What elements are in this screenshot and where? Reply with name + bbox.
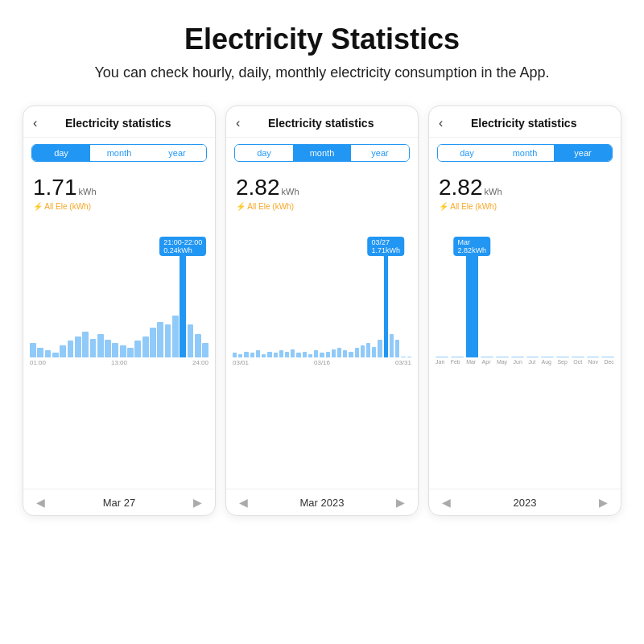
- bar-highlight-day: 21:00-22:000.24kWh: [180, 238, 186, 357]
- bar-wrapper: [349, 238, 353, 357]
- nav-next-year[interactable]: ▶: [599, 496, 608, 509]
- x-label: Jul: [528, 359, 535, 365]
- kwh-number-month: 2.82: [236, 175, 280, 200]
- bar-wrapper: [326, 238, 330, 357]
- chart-area-day: 21:00-22:000.24kWh 01:00 13:00 24:00: [23, 213, 215, 489]
- phone-month: ‹ Electricity statistics day month year …: [225, 105, 419, 516]
- x-label: Sep: [557, 359, 567, 365]
- nav-label-year: 2023: [514, 497, 537, 509]
- nav-prev-day[interactable]: ◀: [36, 496, 45, 509]
- x-label: 01:00: [30, 359, 46, 366]
- bar-highlight-year: Mar2.82kWh: [466, 238, 479, 357]
- bar-wrapper: [157, 238, 163, 357]
- bar-wrapper: [361, 238, 365, 357]
- bar-wrapper: [337, 238, 341, 357]
- bar-wrapper: [274, 238, 278, 357]
- nav-bar-year: ◀ 2023 ▶: [429, 489, 621, 515]
- bar-wrapper: [390, 238, 394, 357]
- bar-wrapper: [267, 238, 271, 357]
- bar-wrapper: [112, 238, 118, 357]
- nav-next-day[interactable]: ▶: [193, 496, 202, 509]
- bar-wrapper: [372, 238, 376, 357]
- nav-prev-month[interactable]: ◀: [239, 496, 248, 509]
- tab-bar-day: day month year: [31, 144, 207, 162]
- tab-month-month[interactable]: month: [293, 145, 351, 161]
- x-label: 03/01: [233, 359, 249, 366]
- kwh-unit-day: kWh: [79, 187, 97, 196]
- bar-wrapper: [296, 238, 300, 357]
- kwh-section-year: 2.82 kWh ⚡ All Ele (kWh): [429, 168, 621, 213]
- bar-highlight-month: 03/271.71kWh: [384, 238, 388, 357]
- phone-day-header: ‹ Electricity statistics: [23, 106, 215, 138]
- bar-wrapper: [52, 238, 59, 357]
- bar-wrapper: [90, 238, 97, 357]
- back-arrow-icon-year[interactable]: ‹: [439, 116, 443, 130]
- tab-year-day[interactable]: day: [438, 145, 496, 161]
- bar-wrapper: [366, 238, 370, 357]
- x-label: Feb: [451, 359, 460, 365]
- bar-wrapper: [308, 238, 312, 357]
- bar-wrapper: [120, 238, 126, 357]
- bar-wrapper: [150, 238, 156, 357]
- bar-wrapper-jun: [511, 238, 524, 357]
- bar-wrapper: [30, 238, 36, 357]
- nav-bar-month: ◀ Mar 2023 ▶: [226, 489, 418, 515]
- bar-wrapper: [75, 238, 81, 357]
- x-label: 03/31: [395, 359, 411, 366]
- tab-month-year[interactable]: year: [351, 145, 409, 161]
- kwh-unit-year: kWh: [485, 187, 502, 196]
- back-arrow-icon[interactable]: ‹: [33, 116, 37, 130]
- tab-year-month[interactable]: month: [496, 145, 554, 161]
- bar-wrapper: [45, 238, 52, 357]
- bar-wrapper: [82, 238, 89, 357]
- phone-year: ‹ Electricity statistics day month year …: [428, 105, 621, 516]
- x-axis-year: Jan Feb Mar Apr May Jun Jul Aug Sep Oct …: [436, 357, 614, 366]
- tab-bar-month: day month year: [234, 144, 410, 162]
- tab-day-year[interactable]: year: [148, 145, 206, 161]
- bar-wrapper: [60, 238, 66, 357]
- page-title: Electricity Statistics: [32, 23, 612, 56]
- bar-wrapper: [314, 238, 318, 357]
- bar-wrapper: [279, 238, 283, 357]
- bar-wrapper: [142, 238, 149, 357]
- kwh-value-year: 2.82 kWh: [439, 175, 611, 200]
- bar-wrapper: [127, 238, 134, 357]
- x-label: Mar: [466, 359, 476, 365]
- kwh-value-day: 1.71 kWh: [33, 175, 205, 200]
- tab-month-day[interactable]: day: [235, 145, 293, 161]
- chart-area-month: 03/271.71kWh 03/01 03/16 03/31: [226, 213, 418, 489]
- bar-wrapper-sep: [556, 238, 569, 357]
- phones-container: ‹ Electricity statistics day month year …: [0, 96, 644, 516]
- x-label: Jun: [514, 359, 522, 365]
- tab-year-year[interactable]: year: [554, 145, 612, 161]
- tab-day-day[interactable]: day: [32, 145, 90, 161]
- tooltip-day: 21:00-22:000.24kWh: [159, 237, 206, 256]
- back-arrow-icon-month[interactable]: ‹: [236, 116, 240, 130]
- bar-wrapper: [134, 238, 141, 357]
- bar-wrapper: [291, 238, 295, 357]
- bar-wrapper: [165, 238, 171, 357]
- nav-prev-year[interactable]: ◀: [442, 496, 451, 509]
- bar-wrapper: [97, 238, 104, 357]
- bar-wrapper: [285, 238, 289, 357]
- bar-wrapper: [233, 238, 237, 357]
- phone-year-title: Electricity statistics: [449, 117, 598, 130]
- bar-wrapper: [68, 238, 74, 357]
- bar-wrapper: [378, 238, 382, 357]
- bar-wrapper: [188, 238, 194, 357]
- chart-area-year: Mar2.82kWh Jan Feb Mar Apr May Jun: [429, 213, 621, 489]
- x-label: Apr: [482, 359, 491, 365]
- kwh-label-month: ⚡ All Ele (kWh): [236, 202, 408, 211]
- bar-wrapper: [105, 238, 111, 357]
- nav-next-month[interactable]: ▶: [396, 496, 405, 509]
- bar-wrapper-jan: [436, 238, 448, 357]
- bar-wrapper: [238, 238, 242, 357]
- bar-wrapper: [395, 238, 399, 357]
- kwh-label-year: ⚡ All Ele (kWh): [439, 202, 611, 211]
- x-axis-month: 03/01 03/16 03/31: [233, 357, 411, 368]
- tab-day-month[interactable]: month: [90, 145, 148, 161]
- kwh-value-month: 2.82 kWh: [236, 175, 408, 200]
- bar-wrapper: [320, 238, 324, 357]
- x-label: Jan: [436, 359, 444, 365]
- x-label: Aug: [542, 359, 551, 365]
